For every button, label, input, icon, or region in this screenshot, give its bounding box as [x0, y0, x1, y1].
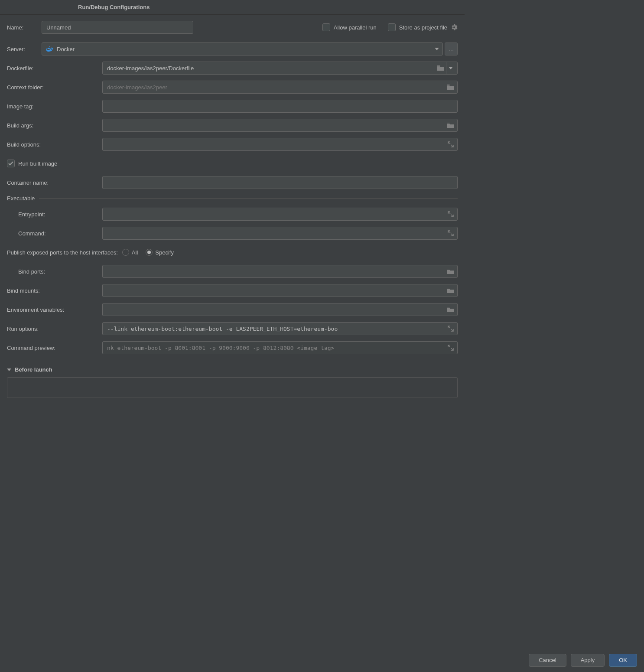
entrypoint-label: Entrypoint: — [7, 211, 102, 218]
entrypoint-input[interactable] — [102, 208, 458, 221]
folder-icon[interactable] — [447, 307, 454, 312]
chevron-down-icon — [435, 48, 439, 50]
executable-section-header: Executable — [7, 195, 458, 202]
chevron-down-icon — [7, 369, 11, 371]
publish-ports-label: Publish exposed ports to the host interf… — [7, 249, 118, 256]
env-vars-label: Environment variables: — [7, 307, 102, 313]
server-browse-button[interactable]: … — [445, 42, 458, 55]
ports-all-radio[interactable]: All — [122, 249, 138, 256]
expand-icon[interactable] — [448, 141, 454, 147]
folder-icon[interactable] — [447, 85, 454, 90]
build-args-input[interactable] — [102, 119, 458, 132]
checkbox-icon — [322, 23, 330, 31]
name-label: Name: — [7, 24, 42, 31]
run-options-input[interactable]: --link ethereum-boot:ethereum-boot -e LA… — [102, 322, 458, 335]
bind-mounts-label: Bind mounts: — [7, 287, 102, 294]
folder-icon[interactable] — [437, 65, 444, 71]
name-input[interactable]: Unnamed — [42, 21, 193, 34]
build-options-label: Build options: — [7, 141, 102, 148]
command-label: Command: — [7, 230, 102, 237]
context-folder-label: Context folder: — [7, 84, 102, 91]
command-preview-label: Command preview: — [7, 345, 102, 351]
run-options-label: Run options: — [7, 326, 102, 332]
dialog-title: Run/Debug Configurations — [0, 0, 465, 15]
image-tag-input[interactable] — [102, 100, 458, 113]
dockerfile-input[interactable]: docker-images/las2peer/Dockerfile — [102, 62, 458, 75]
gear-icon[interactable] — [451, 24, 458, 31]
container-name-label: Container name: — [7, 179, 102, 186]
bind-ports-label: Bind ports: — [7, 268, 102, 275]
env-vars-input[interactable] — [102, 303, 458, 316]
expand-icon[interactable] — [448, 211, 454, 217]
checkbox-checked-icon — [7, 160, 15, 167]
command-preview-output: nk ethereum-boot -p 8001:8001 -p 9000:90… — [102, 341, 458, 354]
expand-icon[interactable] — [448, 230, 454, 236]
context-folder-input[interactable]: docker-images/las2peer — [102, 81, 458, 94]
folder-icon[interactable] — [447, 123, 454, 128]
build-options-input[interactable] — [102, 138, 458, 151]
run-built-image-checkbox[interactable]: Run built image — [7, 160, 57, 167]
server-label: Server: — [7, 46, 42, 52]
bind-ports-input[interactable] — [102, 265, 458, 278]
build-args-label: Build args: — [7, 122, 102, 129]
before-launch-header[interactable]: Before launch — [7, 366, 458, 373]
container-name-input[interactable] — [102, 176, 458, 189]
expand-icon[interactable] — [448, 345, 454, 351]
folder-icon[interactable] — [447, 288, 454, 293]
command-input[interactable] — [102, 227, 458, 240]
store-as-project-file-checkbox[interactable]: Store as project file — [388, 23, 447, 31]
server-dropdown[interactable]: Docker — [42, 42, 443, 55]
checkbox-icon — [388, 23, 396, 31]
before-launch-list[interactable] — [7, 377, 458, 398]
expand-icon[interactable] — [448, 326, 454, 332]
image-tag-label: Image tag: — [7, 103, 102, 110]
allow-parallel-run-checkbox[interactable]: Allow parallel run — [322, 23, 377, 31]
bind-mounts-input[interactable] — [102, 284, 458, 297]
folder-icon[interactable] — [447, 269, 454, 274]
chevron-down-icon[interactable] — [446, 62, 455, 74]
dockerfile-label: Dockerfile: — [7, 65, 102, 72]
ports-specify-radio[interactable]: Specify — [146, 249, 174, 256]
docker-icon — [46, 46, 53, 52]
